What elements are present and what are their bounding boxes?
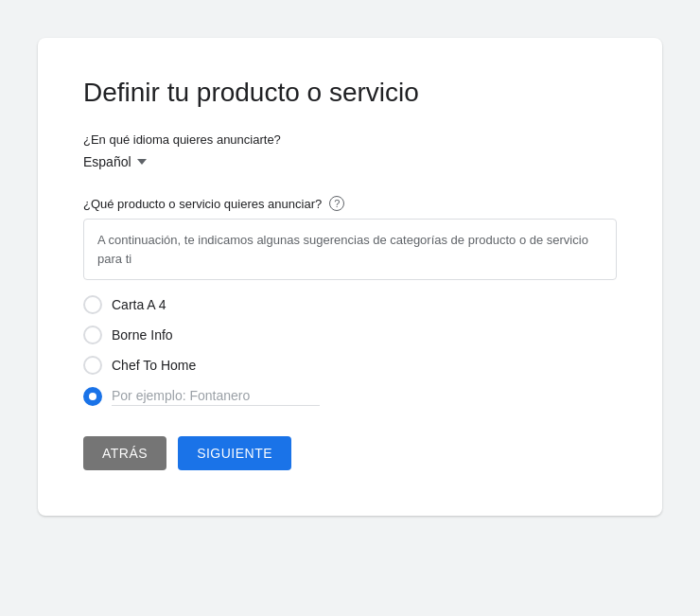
radio-label-3: Chef To Home [112,358,196,373]
suggestions-box: A continuación, te indicamos algunas sug… [83,219,617,280]
product-section: ¿Qué producto o servicio quieres anuncia… [83,196,617,406]
help-icon[interactable]: ? [329,196,344,211]
radio-item-3[interactable]: Chef To Home [83,356,617,375]
page-title: Definir tu producto o servicio [83,76,617,110]
radio-item-1[interactable]: Carta A 4 [83,295,617,314]
radio-item-4[interactable] [83,386,617,406]
radio-label-2: Borne Info [112,327,173,343]
custom-product-input[interactable] [112,386,320,406]
radio-circle-3[interactable] [83,356,102,375]
language-selector[interactable]: Español [83,154,617,169]
language-value: Español [83,154,131,169]
product-label-row: ¿Qué producto o servicio quieres anuncia… [83,196,617,211]
radio-circle-2[interactable] [83,326,102,344]
radio-options: Carta A 4 Borne Info Chef To Home [83,295,617,406]
dropdown-arrow-icon [137,159,147,165]
main-container: Definir tu producto o servicio ¿En qué i… [38,38,662,516]
back-button[interactable]: ATRÁS [83,436,166,470]
radio-item-2[interactable]: Borne Info [83,326,617,344]
language-section-label: ¿En qué idioma quieres anunciarte? [83,132,617,147]
product-label: ¿Qué producto o servicio quieres anuncia… [83,197,322,211]
buttons-row: ATRÁS SIGUIENTE [83,436,617,470]
radio-circle-4[interactable] [83,387,102,406]
radio-label-1: Carta A 4 [112,297,166,312]
suggestions-text: A continuación, te indicamos algunas sug… [97,233,588,266]
radio-circle-1[interactable] [83,295,102,314]
next-button[interactable]: SIGUIENTE [178,436,291,470]
